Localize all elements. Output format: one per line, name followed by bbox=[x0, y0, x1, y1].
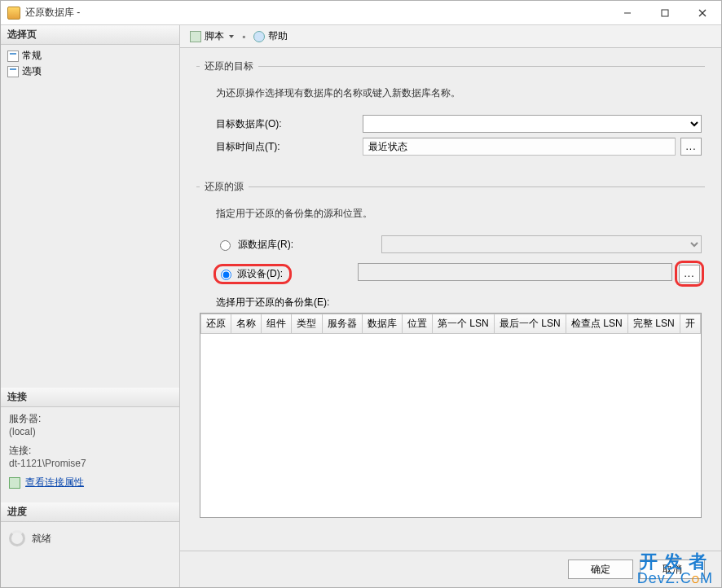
connection-icon bbox=[9, 477, 20, 489]
sidebar-item-options[interactable]: 选项 bbox=[6, 64, 174, 79]
svg-rect-1 bbox=[662, 10, 668, 16]
restore-database-dialog: 还原数据库 - 选择页 常规 选项 连接 服务器: (local) bbox=[0, 0, 722, 588]
table-column-header[interactable]: 名称 bbox=[231, 314, 262, 334]
help-icon bbox=[253, 31, 265, 42]
sidebar-item-label: 常规 bbox=[22, 49, 42, 63]
minimize-button[interactable] bbox=[609, 1, 646, 24]
dialog-footer: 确定 取消 开发者 DevZ.COM bbox=[180, 551, 721, 587]
restore-target-desc: 为还原操作选择现有数据库的名称或键入新数据库名称。 bbox=[200, 83, 702, 110]
source-device-label: 源设备(D): bbox=[237, 267, 283, 281]
table-column-header[interactable]: 数据库 bbox=[362, 314, 402, 334]
source-device-browse-button[interactable]: ... bbox=[679, 265, 700, 283]
source-database-select bbox=[381, 235, 702, 253]
progress-spinner-icon bbox=[9, 530, 25, 546]
view-connection-properties-link[interactable]: 查看连接属性 bbox=[25, 476, 84, 489]
target-database-label: 目标数据库(O): bbox=[200, 117, 363, 131]
script-label: 脚本 bbox=[205, 29, 224, 43]
target-time-value: 最近状态 bbox=[363, 138, 676, 156]
table-column-header[interactable]: 类型 bbox=[292, 314, 322, 334]
connection-value: dt-1121\Promise7 bbox=[9, 458, 171, 469]
sidebar: 选择页 常规 选项 连接 服务器: (local) 连接: dt-1121\Pr… bbox=[1, 25, 180, 587]
table-column-header[interactable]: 组件 bbox=[262, 314, 292, 334]
source-database-radio[interactable] bbox=[220, 240, 231, 251]
maximize-button[interactable] bbox=[646, 1, 684, 24]
target-time-label: 目标时间点(T): bbox=[200, 140, 363, 154]
script-button[interactable]: 脚本 bbox=[187, 28, 237, 45]
source-device-radio[interactable] bbox=[221, 270, 231, 280]
sidebar-item-general[interactable]: 常规 bbox=[6, 48, 174, 64]
table-column-header[interactable]: 最后一个 LSN bbox=[494, 314, 566, 334]
close-button[interactable] bbox=[684, 1, 721, 24]
toolbar: 脚本 ▪ 帮助 bbox=[180, 25, 721, 48]
page-icon bbox=[7, 50, 19, 62]
table-column-header[interactable]: 完整 LSN bbox=[627, 314, 680, 334]
help-label: 帮助 bbox=[268, 29, 288, 43]
restore-source-desc: 指定用于还原的备份集的源和位置。 bbox=[200, 204, 702, 230]
restore-target-legend: 还原的目标 bbox=[200, 59, 258, 73]
backup-sets-label: 选择用于还原的备份集(E): bbox=[200, 289, 702, 311]
table-column-header[interactable]: 第一个 LSN bbox=[432, 314, 494, 334]
source-device-field bbox=[358, 263, 672, 281]
page-icon bbox=[7, 66, 19, 77]
table-column-header[interactable]: 还原 bbox=[201, 314, 231, 334]
restore-target-section: 还原的目标 为还原操作选择现有数据库的名称或键入新数据库名称。 目标数据库(O)… bbox=[196, 59, 705, 167]
table-column-header[interactable]: 位置 bbox=[402, 314, 432, 334]
connection-label: 连接: bbox=[9, 444, 171, 458]
sidebar-item-label: 选项 bbox=[22, 64, 42, 78]
progress-header: 进度 bbox=[1, 502, 179, 522]
backup-sets-table[interactable]: 还原名称组件类型服务器数据库位置第一个 LSN最后一个 LSN检查点 LSN完整… bbox=[200, 313, 702, 518]
script-icon bbox=[190, 31, 201, 42]
connection-header: 连接 bbox=[1, 388, 179, 407]
cancel-button[interactable]: 取消 bbox=[640, 559, 705, 579]
titlebar[interactable]: 还原数据库 - bbox=[1, 1, 721, 25]
table-column-header[interactable]: 服务器 bbox=[322, 314, 362, 334]
main-panel: 脚本 ▪ 帮助 还原的目标 为还原操作选择现有数据库的名称或键入新数据库名称。 … bbox=[180, 25, 721, 587]
restore-source-legend: 还原的源 bbox=[200, 180, 249, 194]
table-column-header[interactable]: 检查点 LSN bbox=[566, 314, 627, 334]
target-database-select[interactable] bbox=[363, 115, 702, 133]
restore-source-section: 还原的源 指定用于还原的备份集的源和位置。 源数据库(R): 源设备(D): bbox=[196, 180, 705, 536]
toolbar-separator: ▪ bbox=[242, 31, 245, 42]
table-column-header[interactable]: 开 bbox=[680, 314, 700, 334]
select-page-header: 选择页 bbox=[1, 25, 179, 45]
chevron-down-icon bbox=[229, 35, 234, 38]
help-button[interactable]: 帮助 bbox=[250, 28, 291, 45]
ok-button[interactable]: 确定 bbox=[568, 559, 633, 579]
server-label: 服务器: bbox=[9, 412, 171, 426]
database-icon bbox=[7, 7, 20, 20]
target-time-browse-button[interactable]: ... bbox=[680, 138, 702, 156]
window-title: 还原数据库 - bbox=[25, 6, 80, 20]
progress-status: 就绪 bbox=[32, 532, 51, 546]
source-database-label: 源数据库(R): bbox=[238, 238, 376, 252]
server-value: (local) bbox=[9, 426, 171, 437]
